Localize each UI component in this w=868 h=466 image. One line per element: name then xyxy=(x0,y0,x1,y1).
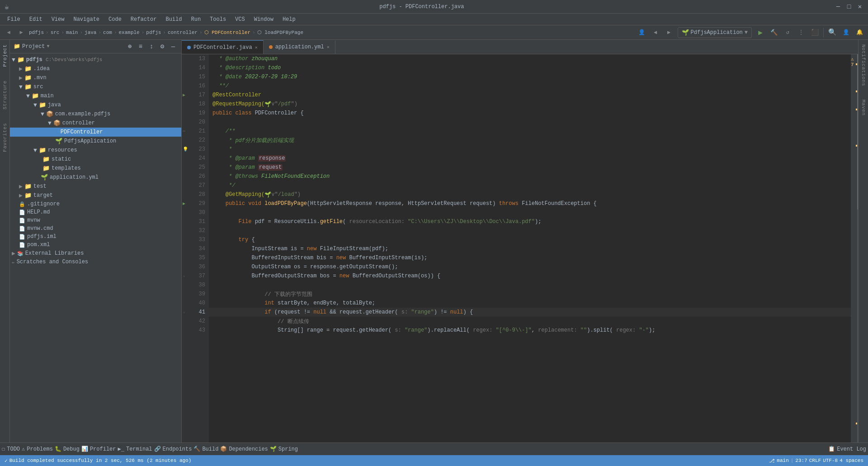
close-sidebar-icon[interactable]: — xyxy=(169,42,178,51)
warning-count-badge[interactable]: ⚠ 7 xyxy=(851,56,857,67)
run-config-selector[interactable]: 🌱 PdfjsApplication ▼ xyxy=(678,27,752,38)
git-branch[interactable]: ⎇ main xyxy=(769,458,788,464)
tree-src[interactable]: ▼ 📁 src xyxy=(10,82,181,91)
breadcrumb-pdfjs[interactable]: pdfjs xyxy=(29,30,44,35)
bulb-icon-23[interactable]: 💡 xyxy=(183,147,188,152)
scroll-thumb[interactable] xyxy=(857,54,858,209)
project-tab[interactable]: Project xyxy=(2,44,8,67)
more-run-options[interactable]: ⋮ xyxy=(796,28,806,38)
position-indicator[interactable]: 23:7 xyxy=(795,458,807,463)
tree-scratches[interactable]: ✏️ Scratches and Consoles xyxy=(10,258,181,266)
sort-icon[interactable]: ↕ xyxy=(147,42,156,51)
nav-forward-button[interactable]: ▶ xyxy=(664,28,674,38)
breadcrumb-example[interactable]: example xyxy=(119,30,140,35)
search-button[interactable]: 🔍 xyxy=(827,28,837,38)
breadcrumb-pdfcontroller[interactable]: ⬡ PDFController xyxy=(204,29,250,35)
code-line-30 xyxy=(209,208,851,217)
endpoints-button[interactable]: 🔗 Endpoints xyxy=(154,446,192,452)
user-button[interactable]: 👤 xyxy=(841,28,851,38)
tree-helpmd[interactable]: 📄 HELP.md xyxy=(10,208,181,216)
forward-button[interactable]: ▶ xyxy=(16,28,26,38)
tree-pomxml[interactable]: 📄 pom.xml xyxy=(10,241,181,249)
menu-view[interactable]: View xyxy=(48,15,68,24)
build-output-button[interactable]: 🔨 Build xyxy=(193,446,218,452)
menu-file[interactable]: File xyxy=(4,15,24,24)
favorites-tab[interactable]: Favorites xyxy=(2,123,8,152)
tree-target[interactable]: ▶ 📁 target xyxy=(10,191,181,200)
structure-tab[interactable]: Structure xyxy=(2,81,8,109)
breadcrumb-src[interactable]: src xyxy=(51,30,60,35)
tree-com-example[interactable]: ▼ 📦 com.example.pdfjs xyxy=(10,109,181,119)
breadcrumb-java[interactable]: java xyxy=(85,30,96,35)
build-button[interactable]: 🔨 xyxy=(769,28,779,38)
indent-indicator[interactable]: 4 spaces xyxy=(840,458,863,463)
breadcrumb-loadpdfbypage[interactable]: ⬡ loadPDFByPage xyxy=(257,29,303,35)
stop-button[interactable]: ⬛ xyxy=(810,28,820,38)
tree-mvnw[interactable]: 📄 mvnw xyxy=(10,216,181,224)
tree-test[interactable]: ▶ 📁 test xyxy=(10,182,181,191)
tab-close-appyml[interactable]: ✕ xyxy=(327,44,330,50)
event-log-button[interactable]: 📋 Event Log xyxy=(828,446,866,452)
tree-resources[interactable]: ▼ 📁 resources xyxy=(10,146,181,155)
tree-controller[interactable]: ▼ 📦 controller xyxy=(10,119,181,128)
todo-button[interactable]: ☐ TODO xyxy=(2,446,20,452)
tree-pdfcontroller[interactable]: ☕ PDFController xyxy=(10,128,181,137)
tab-appyml[interactable]: application.yml ✕ xyxy=(264,40,335,54)
tree-appyml[interactable]: 🌱 application.yml xyxy=(10,173,181,182)
problems-button[interactable]: ⚠ Problems xyxy=(22,446,53,452)
breadcrumb-pdfjs2[interactable]: pdfjs xyxy=(146,30,161,35)
tree-java[interactable]: ▼ 📁 java xyxy=(10,100,181,109)
close-button[interactable]: ✕ xyxy=(856,3,863,10)
tree-pdfjsapp[interactable]: 🌱 PdfjsApplication xyxy=(10,137,181,146)
breadcrumb-controller[interactable]: controller xyxy=(168,30,198,35)
tree-static[interactable]: 📁 static xyxy=(10,155,181,164)
back-button[interactable]: ◀ xyxy=(4,28,14,38)
tree-pdfjsiml[interactable]: 📄 pdfjs.iml xyxy=(10,233,181,241)
maximize-button[interactable]: □ xyxy=(845,3,853,10)
profiler-button[interactable]: 📊 Profiler xyxy=(81,446,116,452)
tree-idea[interactable]: ▶ 📁 .idea xyxy=(10,64,181,73)
gitignore-label: .gitignore xyxy=(27,201,60,207)
debug-button[interactable]: 🐛 Debug xyxy=(55,446,80,452)
tree-gitignore[interactable]: 🔒 .gitignore xyxy=(10,200,181,208)
window-controls[interactable]: ─ □ ✕ xyxy=(835,3,863,10)
line-endings-indicator[interactable]: CRLF xyxy=(809,458,821,463)
encoding-indicator[interactable]: UTF-8 xyxy=(823,458,838,463)
code-editor[interactable]: * @author zhouquan * @description todo *… xyxy=(209,54,851,442)
menu-vcs[interactable]: VCS xyxy=(231,15,249,24)
menu-help[interactable]: Help xyxy=(279,15,299,24)
profile-button[interactable]: 👤 xyxy=(637,28,647,38)
menu-run[interactable]: Run xyxy=(187,15,204,24)
tree-mvn[interactable]: ▶ 📁 .mvn xyxy=(10,73,181,82)
breadcrumb-com[interactable]: com xyxy=(103,30,112,35)
rerun-button[interactable]: ↺ xyxy=(783,28,793,38)
terminal-button[interactable]: ▶_ Terminal xyxy=(118,446,152,452)
menu-tools[interactable]: Tools xyxy=(206,15,230,24)
tree-main[interactable]: ▼ 📁 main xyxy=(10,91,181,100)
tree-mvnwcmd[interactable]: 📄 mvnw.cmd xyxy=(10,224,181,233)
menu-refactor[interactable]: Refactor xyxy=(127,15,160,24)
tree-root[interactable]: ▼ 📁 pdfjs C:\Devs\Works\pdfjs xyxy=(10,55,181,64)
menu-code[interactable]: Code xyxy=(105,15,125,24)
maven-tab[interactable]: Maven xyxy=(861,100,866,116)
collapse-all-icon[interactable]: ≡ xyxy=(136,42,145,51)
run-icon-29[interactable]: ▶ xyxy=(183,201,185,206)
tab-close-pdfcontroller[interactable]: ✕ xyxy=(255,45,258,50)
minimize-button[interactable]: ─ xyxy=(835,3,842,10)
menu-window[interactable]: Window xyxy=(250,15,277,24)
menu-build[interactable]: Build xyxy=(162,15,185,24)
tree-external-libs[interactable]: ▶ 📚 External Libraries xyxy=(10,249,181,258)
menu-navigate[interactable]: Navigate xyxy=(70,15,103,24)
settings-icon[interactable]: ⚙ xyxy=(158,42,167,51)
tree-templates[interactable]: 📁 templates xyxy=(10,164,181,173)
menu-edit[interactable]: Edit xyxy=(26,15,46,24)
tab-pdfcontroller[interactable]: PDFController.java ✕ xyxy=(182,40,264,54)
notifications-tab[interactable]: Notifications xyxy=(861,44,866,86)
notification-button[interactable]: 🔔 xyxy=(854,28,864,38)
nav-back-button[interactable]: ◀ xyxy=(651,28,660,38)
run-button[interactable]: ▶ xyxy=(755,28,765,38)
dependencies-button[interactable]: 📦 Dependencies xyxy=(220,446,268,452)
locate-icon[interactable]: ⊕ xyxy=(125,42,134,51)
spring-button[interactable]: 🌱 Spring xyxy=(270,446,298,452)
breadcrumb-main[interactable]: main xyxy=(66,30,78,35)
